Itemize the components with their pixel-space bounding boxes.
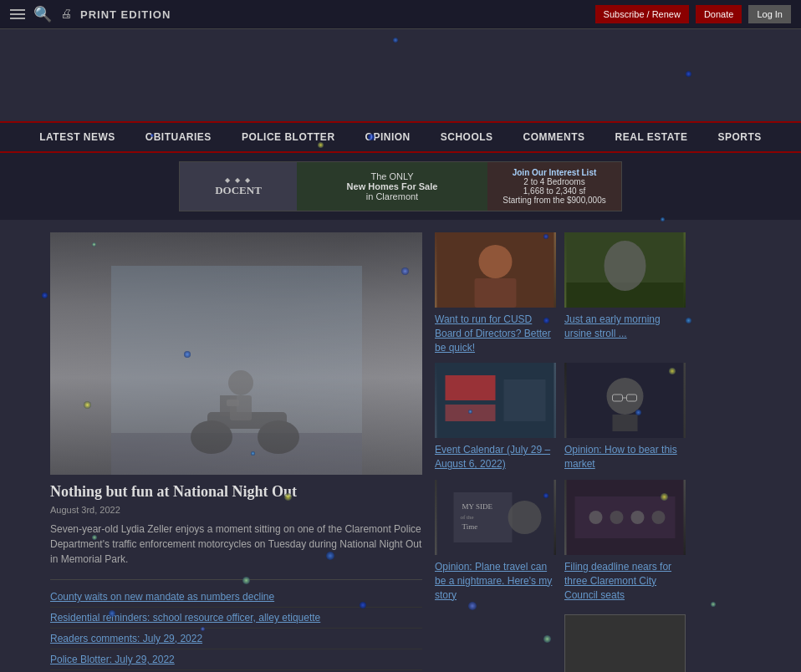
svg-point-14: [605, 241, 646, 291]
related-link-0[interactable]: County waits on new mandate as numbers d…: [50, 587, 422, 608]
featured-image[interactable]: [50, 232, 422, 475]
nav-latest-news[interactable]: LATEST NEWS: [24, 123, 130, 151]
header-left: 🔍 🖨 PRINT EDITION: [10, 5, 171, 23]
print-icon[interactable]: 🖨: [60, 8, 72, 21]
nav-schools[interactable]: SCHOOLS: [426, 123, 508, 151]
featured-image-svg: [111, 266, 362, 475]
ad-banner-area: [0, 29, 801, 121]
ad-middle: The ONLY New Homes For Sale in Claremont: [297, 162, 487, 211]
right-column: Want to run for CUSD Board of Directors?…: [435, 232, 686, 672]
sidebar-item-2[interactable]: Event Calendar (July 29 – August 6, 2022…: [435, 363, 556, 471]
svg-point-34: [610, 511, 624, 524]
sidebar-item-4-title[interactable]: Opinion: Plane travel can be a nightmare…: [435, 560, 556, 602]
sidebar-item-3-image: [564, 363, 686, 438]
sidebar-item-5[interactable]: Filing deadline nears for three Claremon…: [564, 480, 686, 602]
sidebar-item-5-title[interactable]: Filing deadline nears for three Claremon…: [564, 560, 686, 602]
nav-sports[interactable]: SPORTS: [702, 123, 776, 151]
sidebar-item-4[interactable]: MY SIDE of the Time Opinion: Plane trave…: [435, 480, 556, 602]
sidebar-item-3[interactable]: Opinion: How to bear this market: [564, 363, 686, 471]
svg-rect-18: [504, 379, 546, 421]
related-links: County waits on new mandate as numbers d…: [50, 579, 422, 670]
nav-bar: LATEST NEWS OBITUARIES POLICE BLOTTER OP…: [0, 121, 801, 153]
sidebar-item-1-image: [564, 232, 686, 308]
sidebar-grid-top: Want to run for CUSD Board of Directors?…: [435, 232, 686, 471]
svg-point-36: [652, 511, 666, 524]
donate-button[interactable]: Donate: [696, 5, 742, 23]
nav-real-estate[interactable]: REAL ESTATE: [600, 123, 703, 151]
svg-rect-8: [227, 400, 239, 406]
svg-text:Time: Time: [462, 522, 478, 531]
subscribe-button[interactable]: Subscribe / Renew: [595, 5, 689, 23]
related-link-1[interactable]: Residential reminders: school resource o…: [50, 608, 422, 629]
svg-point-6: [228, 370, 253, 395]
sidebar-item-0-image: [435, 232, 556, 308]
header: 🔍 🖨 PRINT EDITION Subscribe / Renew Dona…: [0, 0, 801, 29]
sidebar-item-5-image: [564, 480, 686, 555]
svg-rect-7: [230, 395, 252, 420]
header-right: Subscribe / Renew Donate Log In: [595, 5, 791, 23]
ad-logo: ◆ ◆ ◆ DOCENT: [180, 162, 297, 211]
nav-police-blotter[interactable]: POLICE BLOTTER: [227, 123, 350, 151]
svg-text:of the: of the: [461, 514, 474, 521]
bottom-ad-placeholder: [564, 614, 686, 672]
sidebar-grid-bottom: MY SIDE of the Time Opinion: Plane trave…: [435, 480, 686, 602]
ad-banner[interactable]: ◆ ◆ ◆ DOCENT The ONLY New Homes For Sale…: [179, 161, 622, 211]
print-edition-label[interactable]: PRINT EDITION: [80, 8, 171, 21]
related-link-2[interactable]: Readers comments: July 29, 2022: [50, 629, 422, 649]
svg-rect-1: [111, 433, 362, 475]
sidebar-item-0[interactable]: Want to run for CUSD Board of Directors?…: [435, 232, 556, 354]
featured-article-date: August 3rd, 2022: [50, 505, 422, 515]
sidebar-item-1-title[interactable]: Just an early morning ursine stroll ...: [564, 313, 686, 341]
svg-point-35: [631, 511, 645, 524]
featured-article-title[interactable]: Nothing but fun at National Night Out: [50, 483, 422, 501]
svg-rect-16: [446, 375, 496, 400]
svg-rect-21: [613, 415, 638, 431]
nav-comments[interactable]: COMMENTS: [508, 123, 600, 151]
ad-middle-text: The ONLY New Homes For Sale in Claremont: [347, 171, 438, 201]
svg-point-30: [508, 501, 542, 534]
sidebar-item-3-title[interactable]: Opinion: How to bear this market: [564, 443, 686, 471]
hamburger-menu-icon[interactable]: [10, 9, 25, 19]
ad-logo-text: DOCENT: [215, 184, 262, 197]
featured-article-excerpt: Seven-year-old Lydia Zeller enjoys a mom…: [50, 522, 422, 567]
svg-text:MY SIDE: MY SIDE: [462, 502, 493, 511]
sidebar-item-2-title[interactable]: Event Calendar (July 29 – August 6, 2022…: [435, 443, 556, 471]
nav-obituaries[interactable]: OBITUARIES: [130, 123, 227, 151]
svg-point-10: [479, 245, 513, 278]
sidebar-item-4-image: MY SIDE of the Time: [435, 480, 556, 555]
login-button[interactable]: Log In: [748, 5, 791, 23]
svg-rect-17: [446, 405, 496, 421]
search-icon[interactable]: 🔍: [33, 5, 52, 23]
ad-right-text: Join Our Interest List 2 to 4 Bedrooms 1…: [503, 168, 605, 205]
svg-rect-11: [475, 278, 517, 308]
sidebar-item-2-image: [435, 363, 556, 438]
nav-opinion[interactable]: OPINION: [350, 123, 426, 151]
ad-right: Join Our Interest List 2 to 4 Bedrooms 1…: [487, 162, 621, 211]
svg-point-33: [589, 511, 603, 524]
left-column: Nothing but fun at National Night Out Au…: [50, 232, 422, 672]
main-content: Nothing but fun at National Night Out Au…: [0, 220, 801, 672]
related-link-3[interactable]: Police Blotter: July 29, 2022: [50, 649, 422, 670]
sidebar-item-1[interactable]: Just an early morning ursine stroll ...: [564, 232, 686, 354]
ad-strip: ◆ ◆ ◆ DOCENT The ONLY New Homes For Sale…: [0, 153, 801, 220]
sidebar-item-0-title[interactable]: Want to run for CUSD Board of Directors?…: [435, 313, 556, 354]
